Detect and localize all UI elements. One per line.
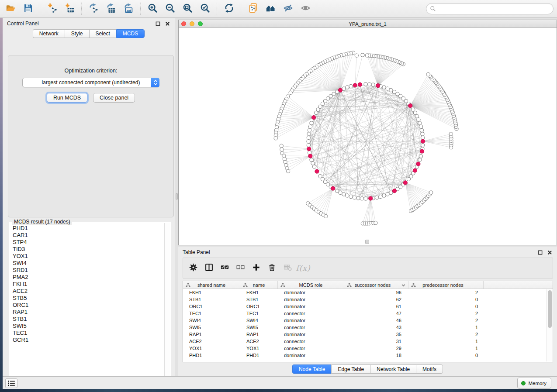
table-row[interactable]: SWI5SWI5connector431 xyxy=(183,324,553,331)
table-row[interactable]: PHD1PHD1dominator180 xyxy=(183,352,553,359)
graph-node[interactable] xyxy=(417,118,420,121)
show-all-button[interactable] xyxy=(297,1,314,16)
run-mcds-button[interactable]: Run MCDS xyxy=(47,93,87,103)
graph-node[interactable] xyxy=(311,162,315,165)
graph-node[interactable] xyxy=(392,90,396,94)
graph-node[interactable] xyxy=(360,197,363,200)
graph-node[interactable] xyxy=(375,196,379,199)
graph-node[interactable] xyxy=(361,53,364,57)
graph-node[interactable] xyxy=(389,191,393,194)
graph-hub-node[interactable] xyxy=(369,196,373,200)
graph-hub-node[interactable] xyxy=(416,162,420,166)
mcds-result-item[interactable]: PHD1 xyxy=(10,225,164,232)
graph-node[interactable] xyxy=(307,136,310,139)
graph-node[interactable] xyxy=(382,86,386,89)
mcds-result-item[interactable]: STB1 xyxy=(10,316,164,323)
graph-node[interactable] xyxy=(310,121,313,125)
graph-node[interactable] xyxy=(356,196,360,200)
graph-node[interactable] xyxy=(386,193,389,196)
tab-network-table[interactable]: Network Table xyxy=(370,364,416,374)
export-table-button[interactable] xyxy=(102,1,120,16)
graph-node[interactable] xyxy=(346,194,349,197)
mcds-result-item[interactable]: RAP1 xyxy=(10,309,164,316)
delete-column-button[interactable] xyxy=(265,261,278,275)
table-row[interactable]: RAP1RAP1dominator352 xyxy=(183,331,553,338)
graph-node[interactable] xyxy=(418,121,422,125)
add-column-button[interactable] xyxy=(249,261,263,275)
graph-hub-node[interactable] xyxy=(421,139,425,143)
tab-motifs[interactable]: Motifs xyxy=(416,364,443,374)
graph-node[interactable] xyxy=(449,132,453,136)
clone-network-button[interactable] xyxy=(244,1,262,16)
graph-node[interactable] xyxy=(419,155,422,158)
mcds-result-item[interactable]: SWI5 xyxy=(10,323,164,330)
graph-node[interactable] xyxy=(307,140,310,143)
graph-node[interactable] xyxy=(349,195,353,198)
split-columns-button[interactable] xyxy=(202,261,215,275)
graph-node[interactable] xyxy=(419,125,422,128)
hide-selected-button[interactable] xyxy=(279,1,297,16)
graph-node[interactable] xyxy=(287,169,290,173)
graph-hub-node[interactable] xyxy=(413,168,417,172)
graph-hub-node[interactable] xyxy=(403,181,407,185)
mcds-result-item[interactable]: STP4 xyxy=(10,239,164,246)
graph-node[interactable] xyxy=(364,83,367,86)
search-input[interactable] xyxy=(438,4,550,13)
table-scrollbar[interactable] xyxy=(547,289,552,361)
splitter-grip[interactable] xyxy=(176,193,178,199)
column-header-predecessor-nodes[interactable]: predecessor nodes xyxy=(408,281,484,289)
graph-hub-node[interactable] xyxy=(308,154,312,158)
tab-mcds[interactable]: MCDS xyxy=(116,29,145,38)
close-table-panel-button[interactable] xyxy=(547,249,553,255)
graph-node[interactable] xyxy=(339,191,342,194)
graph-node[interactable] xyxy=(274,137,277,140)
graph-node[interactable] xyxy=(289,91,292,94)
close-panel-button-2[interactable]: Close panel xyxy=(93,93,135,103)
graph-hub-node[interactable] xyxy=(353,83,357,87)
search-field[interactable] xyxy=(426,3,554,14)
graph-node[interactable] xyxy=(368,83,371,86)
mcds-result-item[interactable]: CAR1 xyxy=(10,232,164,239)
graph-node[interactable] xyxy=(415,114,419,118)
graph-node[interactable] xyxy=(371,83,375,86)
column-header-name[interactable]: name xyxy=(240,281,278,289)
graph-node[interactable] xyxy=(418,158,422,162)
graph-node[interactable] xyxy=(429,191,433,194)
graph-node[interactable] xyxy=(364,197,367,200)
graph-node[interactable] xyxy=(365,54,369,57)
graph-node[interactable] xyxy=(312,165,316,168)
zoom-out-button[interactable] xyxy=(161,1,179,16)
graph-hub-node[interactable] xyxy=(358,83,362,86)
export-image-button[interactable] xyxy=(120,1,137,16)
graph-node[interactable] xyxy=(308,128,311,132)
graph-node[interactable] xyxy=(396,92,399,96)
mcds-result-item[interactable]: ORC1 xyxy=(10,302,164,309)
mcds-result-item[interactable]: SWI4 xyxy=(10,260,164,267)
graph-node[interactable] xyxy=(342,193,346,196)
mcds-result-item[interactable]: SRD1 xyxy=(10,267,164,274)
graph-hub-node[interactable] xyxy=(315,169,319,173)
mcds-result-item[interactable]: PMA2 xyxy=(10,274,164,281)
tab-edge-table[interactable]: Edge Table xyxy=(331,364,370,374)
mcds-result-item[interactable]: TEC1 xyxy=(10,330,164,337)
graph-node[interactable] xyxy=(349,84,353,88)
graph-node[interactable] xyxy=(316,108,320,111)
table-row[interactable]: STB1STB1dominator620 xyxy=(183,296,553,303)
deselect-all-rows-button[interactable] xyxy=(234,261,247,275)
graph-node[interactable] xyxy=(307,132,311,136)
graph-node[interactable] xyxy=(280,148,284,151)
zoom-selected-button[interactable] xyxy=(196,1,214,16)
memory-button[interactable]: Memory xyxy=(517,378,551,389)
first-neighbors-button[interactable] xyxy=(262,1,279,16)
tab-select[interactable]: Select xyxy=(89,29,116,38)
network-canvas[interactable] xyxy=(179,28,557,245)
graph-node[interactable] xyxy=(421,136,425,139)
table-row[interactable]: ORC1ORC1dominator610 xyxy=(183,303,553,310)
graph-hub-node[interactable] xyxy=(420,149,424,153)
import-network-button[interactable] xyxy=(43,1,61,16)
mcds-result-item[interactable]: GCR1 xyxy=(10,337,164,344)
import-table-button[interactable] xyxy=(61,1,78,16)
graph-hub-node[interactable] xyxy=(408,104,412,108)
mcds-result-item[interactable]: TID3 xyxy=(10,246,164,253)
graph-node[interactable] xyxy=(307,144,310,147)
